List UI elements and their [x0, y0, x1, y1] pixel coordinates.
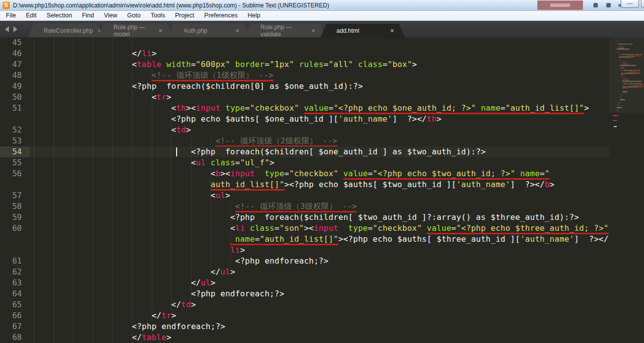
code-line-64[interactable]: 64 <?php endforeach;?> [0, 288, 644, 299]
code-lines[interactable]: 45 46 </li>47 <table width="600px" borde… [0, 37, 644, 343]
maximize-button[interactable] [641, 0, 644, 8]
menu-item-view[interactable]: View [99, 11, 122, 20]
code-token: > [619, 104, 619, 106]
code-line-67[interactable]: 67 <?php endforeach;?> [0, 321, 644, 332]
code-line-57[interactable]: 57 <ul> [0, 190, 644, 201]
tab-close-icon[interactable]: × [312, 27, 315, 34]
code-token: > [622, 93, 623, 96]
code-token: <?php endforeach;?> [620, 99, 626, 101]
code-line-wrap[interactable]: li> [0, 245, 644, 256]
code-token: class [211, 158, 236, 167]
minimize-button[interactable]: — [621, 0, 639, 8]
overlay-icon[interactable] [606, 3, 611, 7]
next-tab-icon[interactable] [13, 26, 17, 32]
tab-close-icon[interactable]: × [159, 27, 162, 34]
code-line-47[interactable]: 47 <table width="600px" border="1px" rul… [0, 59, 644, 70]
code-token [255, 169, 265, 178]
code-line-51[interactable]: 51 <th><input type="checkbox" value="<?p… [0, 103, 644, 114]
code-token [353, 60, 358, 69]
code-line-60[interactable]: 60 <li class="son"><input type="checkbox… [0, 223, 644, 234]
code-editor[interactable]: 45 46 </li>47 <table width="600px" borde… [0, 37, 644, 343]
code-token: > [619, 51, 619, 53]
code-line-56[interactable]: 56 <b><input type="checkbox" value="<?ph… [0, 168, 644, 179]
code-line-wrap[interactable]: <?php echo $auths[ $one_auth_id ]['auth_… [0, 114, 644, 125]
tab-label: Role.php — validate [260, 24, 307, 38]
tab-rolecontroller.php[interactable]: RoleController.php× [28, 24, 103, 37]
minimap[interactable]: 45 46 </li>47 <table width="600px" borde… [609, 37, 644, 343]
code-token: > [550, 180, 555, 189]
code-token: table [142, 333, 167, 342]
tab-close-icon[interactable]: × [390, 27, 394, 34]
line-number: 50 [0, 92, 30, 103]
line-number: 48 [0, 70, 30, 81]
tab-close-icon[interactable]: × [236, 27, 239, 34]
code-line-58[interactable]: 58 <!-- 循环顶级（3级权限） --> [0, 201, 644, 212]
code-line-45[interactable]: 45 [0, 37, 644, 48]
code-token: >< [220, 169, 230, 178]
prev-tab-icon[interactable] [5, 26, 9, 32]
code-line-59[interactable]: 59 <?php foreach($children[ $two_auth_id… [0, 212, 644, 223]
code-token: > [171, 311, 176, 320]
tab-add.html[interactable]: add.html× [321, 24, 405, 37]
line-number: 58 [0, 201, 30, 212]
minimap-content[interactable]: 45 46 </li>47 <table width="600px" borde… [609, 37, 644, 112]
tab-role.php-validate[interactable]: Role.php — validate× [245, 24, 326, 37]
menu-item-preferences[interactable]: Preferences [199, 11, 243, 20]
code-line-66[interactable]: 66 </tr> [0, 310, 644, 321]
tab-label: RoleController.php [44, 27, 93, 34]
line-number: 49 [0, 81, 30, 92]
line-number: 67 [0, 321, 30, 332]
code-line-54[interactable]: 54 <?php foreach($children[ $one_auth_id… [0, 146, 644, 157]
sublime-logo-icon: S [2, 1, 10, 9]
code-token: "auth_id_list[]" [506, 103, 584, 114]
code-line-68[interactable]: 68 </table> [0, 332, 644, 343]
menu-item-goto[interactable]: Goto [122, 11, 145, 20]
menu-item-help[interactable]: Help [243, 11, 265, 20]
code-token: value [343, 169, 368, 180]
minimap-overflow-mark [614, 126, 617, 127]
line-number: 52 [0, 125, 30, 136]
menu-item-find[interactable]: Find [77, 11, 99, 20]
code-line-50[interactable]: 50 <tr> [0, 92, 644, 103]
code-token [220, 103, 225, 113]
code-token: name [481, 103, 501, 114]
code-token: ul [220, 267, 230, 276]
code-token: <?php endforeach;?> [132, 322, 225, 331]
code-token: tr [157, 92, 167, 102]
tab-auth.php[interactable]: Auth.php× [168, 24, 250, 37]
code-line-63[interactable]: 63 </ul> [0, 277, 644, 288]
menu-item-selection[interactable]: Selection [42, 11, 77, 20]
code-line-wrap[interactable]: name="auth_id_list[]"><?php echo $auths[… [0, 234, 644, 245]
tab-role.php-model[interactable]: Role.php — model× [98, 24, 173, 37]
code-line-61[interactable]: 61 <?php endforeach;?> [0, 256, 644, 267]
recorder-badge[interactable] [537, 0, 583, 10]
code-line-52[interactable]: 52 <td> [0, 125, 644, 136]
sublime-window: S D:\www.php15shop.com\application\admin… [0, 0, 644, 343]
tab-label: Auth.php [184, 27, 207, 34]
code-token: ] ?></ [392, 114, 427, 124]
code-line-49[interactable]: 49 <?php foreach($children[0] as $one_au… [0, 81, 644, 92]
menu-item-project[interactable]: Project [170, 11, 199, 20]
line-number [0, 234, 30, 245]
code-token: </ [191, 278, 201, 287]
menu-item-edit[interactable]: Edit [21, 11, 42, 20]
code-token: < [211, 191, 216, 200]
text-caret [176, 147, 177, 156]
code-line-53[interactable]: 53 <!-- 循环顶级（2级权限） --> [0, 136, 644, 146]
overlay-icon[interactable] [593, 3, 598, 7]
code-token: >< [304, 223, 314, 233]
code-line-55[interactable]: 55 <ul class="ul_f"> [0, 157, 644, 168]
code-token: > [166, 333, 171, 342]
code-line-46[interactable]: 46 </li> [0, 48, 644, 59]
code-token: "ul_f" [240, 158, 269, 167]
code-line-62[interactable]: 62 </ul> [0, 267, 644, 277]
code-line-wrap[interactable]: auth_id_list[]"><?php echo $auths[ $two_… [0, 179, 644, 190]
menu-item-tools[interactable]: Tools [145, 11, 170, 20]
code-line-48[interactable]: 48 <!-- 循环顶级（1级权限） --> [0, 70, 644, 81]
code-token: </ [171, 300, 181, 309]
code-token: "auth_id_list[]" [260, 234, 338, 245]
window-title: D:\www.php15shop.com\application\admin\v… [13, 0, 329, 11]
menu-item-file[interactable]: File [1, 11, 21, 20]
line-number: 59 [0, 212, 30, 223]
code-line-65[interactable]: 65 </td> [0, 299, 644, 310]
